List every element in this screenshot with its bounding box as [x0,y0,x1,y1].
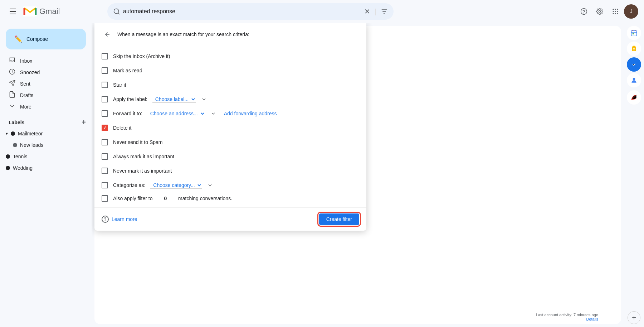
drafts-icon [9,91,16,100]
svg-point-4 [584,13,584,14]
label-select[interactable]: Choose label... [152,96,196,103]
apps-button[interactable] [608,4,623,19]
clear-search-button[interactable]: ✕ [364,7,370,16]
option-categorize-label: Categorize as: [113,182,145,188]
labels-section: Labels + ▾ Mailmeteor New leads Tennis W… [0,115,92,174]
option-star-it-label: Star it [113,82,126,88]
chevron-down-icon [9,102,16,111]
label-select-arrow [201,96,207,102]
add-forwarding-address-link[interactable]: Add forwarding address [224,111,277,116]
svg-point-8 [617,9,618,10]
option-never-spam-label: Never send it to Spam [113,139,163,145]
sidebar-item-more[interactable]: More [0,101,86,112]
search-bar: automated response ✕ | [107,3,394,20]
compose-button[interactable]: ✏️ Compose [6,29,86,49]
label-name: Mailmeteor [18,131,43,136]
search-icon [113,8,120,15]
filter-option-always-important: Always mark it as important [94,149,366,164]
snoozed-icon [9,68,16,77]
filter-option-apply-label: Apply the label: Choose label... [94,92,366,106]
sidebar: ✏️ Compose Inbox Snoozed Sent Drafts [0,23,92,327]
settings-button[interactable] [592,4,607,19]
checkbox-mark-as-read[interactable] [102,67,108,74]
also-apply-count: 0 [164,196,167,201]
option-forward-label: Forward it to: [113,111,142,116]
learn-more-area: ? Learn more [102,216,137,223]
help-icon[interactable]: ? [102,216,109,223]
filter-option-star-it: Star it [94,78,366,92]
sidebar-item-snoozed[interactable]: Snoozed [0,67,86,78]
checkbox-star-it[interactable] [102,82,108,88]
add-label-button[interactable]: + [82,118,86,126]
forward-select-arrow [210,111,216,116]
labels-header: Labels + [0,115,92,128]
forward-address-select[interactable]: Choose an address... [147,110,205,117]
svg-point-3 [581,9,587,15]
google-calendar-icon[interactable] [627,26,641,40]
svg-point-5 [599,11,601,13]
checkbox-delete-it[interactable] [102,125,108,131]
compose-icon: ✏️ [14,35,22,43]
also-apply-after: matching conversations. [178,196,232,201]
google-keep-icon[interactable] [627,42,641,56]
user-avatar[interactable]: J [624,4,638,19]
create-filter-button[interactable]: Create filter [319,213,359,225]
hamburger-menu[interactable] [6,4,20,19]
sidebar-item-sent[interactable]: Sent [0,78,86,90]
category-select-arrow [207,182,213,188]
svg-rect-20 [633,33,634,34]
checkbox-never-important[interactable] [102,168,108,174]
drafts-label: Drafts [20,92,33,98]
compose-label: Compose [26,36,48,42]
label-mailmeteor[interactable]: ▾ Mailmeteor [0,128,92,139]
filter-option-never-spam: Never send it to Spam [94,135,366,149]
svg-point-7 [615,9,616,10]
filter-dialog-overlay: When a message is an exact match for you… [92,23,624,327]
sidebar-item-inbox[interactable]: Inbox [0,55,86,67]
label-color-dot [11,131,15,136]
inbox-icon [9,57,16,66]
feather-icon-btn[interactable] [627,90,641,105]
category-select[interactable]: Choose category... [150,182,202,189]
back-button[interactable] [102,29,113,40]
label-name: Wedding [13,165,33,171]
checkbox-categorize[interactable] [102,182,108,188]
sidebar-item-drafts[interactable]: Drafts [0,90,86,101]
google-contacts-icon[interactable] [627,73,641,87]
filter-option-mark-as-read: Mark as read [94,63,366,78]
filter-search-icon[interactable] [381,8,388,15]
checkbox-skip-inbox[interactable] [102,53,108,59]
svg-point-12 [613,13,614,14]
svg-point-6 [613,9,614,10]
main-layout: ✏️ Compose Inbox Snoozed Sent Drafts [0,23,644,327]
label-wedding[interactable]: Wedding [0,162,92,174]
checkbox-apply-label[interactable] [102,96,108,102]
label-name: New leads [20,142,43,148]
checkbox-always-important[interactable] [102,153,108,160]
dialog-footer: ? Learn more Create filter [94,207,366,231]
label-name: Tennis [13,154,27,159]
sent-label: Sent [20,81,30,87]
search-input[interactable]: automated response [123,8,361,15]
expand-label-icon: ▾ [6,131,8,136]
svg-point-9 [613,11,614,12]
inbox-label: Inbox [20,58,32,64]
label-color-dot [6,154,10,159]
checkbox-never-spam[interactable] [102,139,108,145]
label-tennis[interactable]: Tennis [0,151,92,162]
right-sidebar: + [624,23,644,327]
label-color-dot [13,143,17,147]
svg-point-11 [617,11,618,12]
add-addon-button[interactable]: + [628,311,640,324]
label-new-leads[interactable]: New leads [0,139,92,151]
checkbox-also-apply[interactable] [102,195,108,202]
gmail-m-icon [23,6,37,16]
option-never-important-label: Never mark it as important [113,168,172,174]
google-tasks-icon[interactable] [627,57,641,72]
checkbox-forward[interactable] [102,110,108,117]
more-label: More [20,104,31,110]
help-button[interactable] [577,4,591,19]
search-wrapper: automated response ✕ | [107,3,394,20]
learn-more-link[interactable]: Learn more [112,216,137,222]
dialog-title: When a message is an exact match for you… [117,32,249,37]
